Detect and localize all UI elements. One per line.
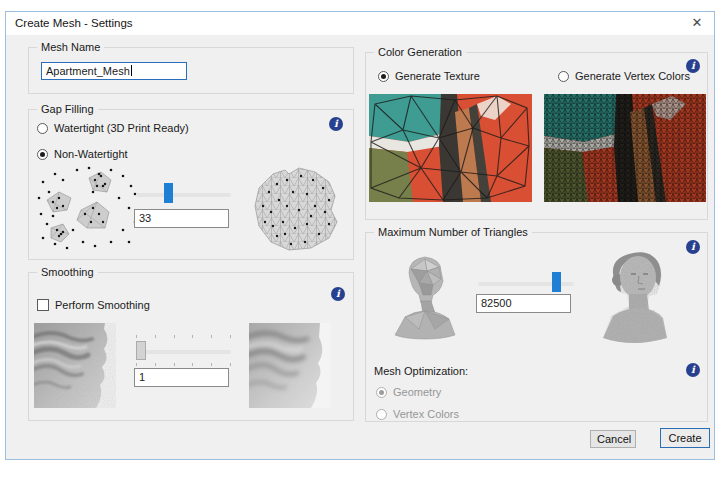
color-generation-group: Color Generation i Generate Texture Gene… — [365, 52, 708, 220]
text-caret — [131, 65, 132, 76]
titlebar: Create Mesh - Settings ✕ — [6, 12, 714, 35]
smoothing-slider-ticks-bottom — [136, 363, 231, 366]
mesh-name-group: Mesh Name Apartment_Mesh — [28, 47, 354, 94]
radio-geometry-label: Geometry — [393, 386, 441, 398]
gap-filling-after-image — [249, 162, 341, 254]
max-triangles-group: Maximum Number of Triangles i 82500 — [365, 232, 708, 422]
max-triangles-group-label: Maximum Number of Triangles — [374, 226, 532, 238]
mesh-name-input[interactable]: Apartment_Mesh — [41, 62, 187, 80]
mesh-optimization-info-icon[interactable]: i — [686, 363, 700, 377]
max-triangles-value-input[interactable]: 82500 — [476, 294, 571, 313]
perform-smoothing-checkbox[interactable]: Perform Smoothing — [37, 298, 150, 312]
max-triangles-value: 82500 — [481, 297, 512, 309]
radio-generate-texture-circle — [378, 71, 389, 82]
radio-watertight-label: Watertight (3D Print Ready) — [54, 122, 189, 134]
cancel-button[interactable]: Cancel — [590, 430, 636, 448]
smoothing-value: 1 — [139, 371, 145, 383]
radio-generate-texture[interactable]: Generate Texture — [378, 69, 480, 83]
radio-watertight[interactable]: Watertight (3D Print Ready) — [37, 121, 189, 135]
radio-non-watertight-circle — [37, 149, 48, 160]
gap-filling-before-image — [33, 164, 138, 252]
gap-filling-value-input[interactable]: 33 — [134, 209, 229, 228]
texture-preview-image — [369, 94, 532, 202]
smoothing-group: Smoothing i Perform Smoothing — [28, 272, 354, 421]
smoothing-after-image — [249, 323, 331, 408]
mesh-optimization-label: Mesh Optimization: — [374, 365, 468, 377]
gap-filling-group-label: Gap Filling — [37, 103, 98, 115]
color-generation-group-label: Color Generation — [374, 46, 466, 58]
gap-filling-value: 33 — [139, 212, 151, 224]
smoothing-before-image — [34, 323, 116, 408]
perform-smoothing-box — [37, 299, 49, 311]
radio-geometry-circle — [376, 387, 387, 398]
radio-watertight-circle — [37, 123, 48, 134]
create-button[interactable]: Create — [660, 428, 710, 448]
low-poly-bust-image — [383, 251, 467, 341]
close-icon[interactable]: ✕ — [682, 12, 712, 34]
dialog-title: Create Mesh - Settings — [15, 12, 133, 35]
radio-vertex-colors-circle — [376, 409, 387, 420]
smoothing-group-label: Smoothing — [37, 266, 98, 278]
vertex-colors-preview-image — [544, 94, 706, 202]
mesh-name-value: Apartment_Mesh — [46, 65, 130, 77]
smoothing-slider-track[interactable] — [136, 350, 231, 354]
mesh-name-group-label: Mesh Name — [37, 41, 104, 53]
smoothing-slider-thumb[interactable] — [136, 341, 146, 360]
max-triangles-slider-thumb[interactable] — [552, 272, 561, 292]
gap-filling-slider-track[interactable] — [136, 193, 231, 197]
detailed-bust-image — [591, 248, 679, 343]
smoothing-info-icon[interactable]: i — [331, 287, 345, 301]
radio-generate-texture-label: Generate Texture — [395, 70, 480, 82]
perform-smoothing-label: Perform Smoothing — [55, 299, 150, 311]
gap-filling-info-icon[interactable]: i — [329, 117, 343, 131]
smoothing-slider-ticks-top — [136, 335, 231, 338]
radio-non-watertight-label: Non-Watertight — [54, 148, 128, 160]
radio-generate-vertex-colors-label: Generate Vertex Colors — [575, 70, 690, 82]
gap-filling-slider-thumb[interactable] — [164, 183, 173, 203]
smoothing-value-input[interactable]: 1 — [134, 368, 229, 387]
radio-generate-vertex-colors-circle — [558, 71, 569, 82]
max-triangles-info-icon[interactable]: i — [686, 240, 700, 254]
gap-filling-group: Gap Filling i Watertight (3D Print Ready… — [28, 109, 354, 260]
create-mesh-settings-dialog: Create Mesh - Settings ✕ Mesh Name Apart… — [5, 11, 715, 460]
radio-vertex-colors-label: Vertex Colors — [393, 408, 459, 420]
radio-generate-vertex-colors[interactable]: Generate Vertex Colors — [558, 69, 690, 83]
radio-non-watertight[interactable]: Non-Watertight — [37, 147, 128, 161]
radio-vertex-colors: Vertex Colors — [376, 407, 459, 421]
radio-geometry: Geometry — [376, 385, 441, 399]
